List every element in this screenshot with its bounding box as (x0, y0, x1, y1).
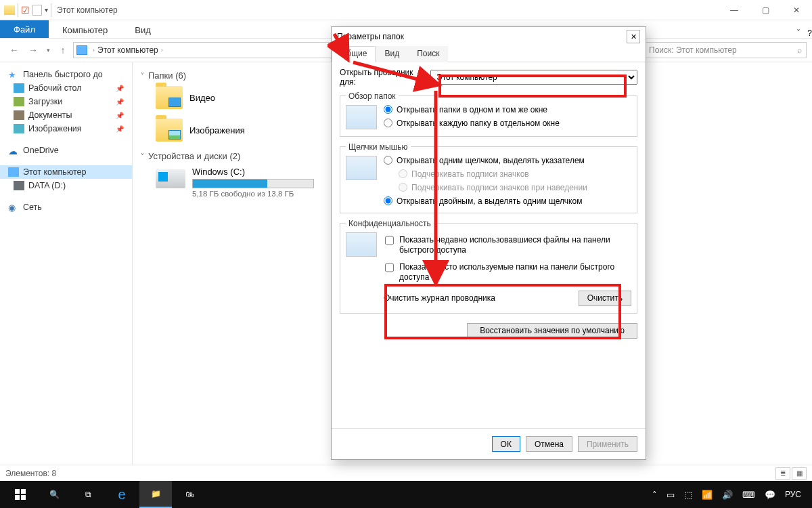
view-large-icon[interactable]: ▦ (792, 467, 807, 480)
qat-divider (51, 3, 51, 17)
network-icon[interactable]: ⬚ (684, 490, 692, 500)
group-privacy: Конфиденциальность Показать недавно испо… (340, 219, 637, 314)
folder-pictures[interactable]: Изображения (156, 119, 245, 142)
dialog-title: Параметры папок (337, 32, 404, 41)
sidebar-item-this-pc[interactable]: Этот компьютер (0, 165, 132, 179)
group-browse-folders: Обзор папок Открывать папки в одном и то… (340, 91, 637, 137)
keyboard-icon[interactable]: ⌨ (742, 490, 755, 500)
help-icon[interactable]: ? (807, 28, 812, 38)
radio-underline-icon: Подчеркивать подписи значков (399, 169, 631, 179)
tab-view[interactable]: Вид (376, 46, 408, 62)
action-center-icon[interactable]: 💬 (765, 490, 775, 500)
window-titlebar: ☑ ▾ Этот компьютер — ▢ ✕ (0, 0, 812, 20)
radio-underline-hover: Подчеркивать подписи значков при наведен… (399, 183, 631, 192)
forward-button[interactable]: → (24, 41, 42, 59)
ok-button[interactable]: ОК (492, 436, 520, 452)
tray-chevron-icon[interactable]: ˄ (652, 490, 657, 500)
volume-icon[interactable]: 🔊 (722, 490, 733, 500)
check-frequent-folders[interactable]: Показать часто используемые папки на пан… (385, 262, 630, 282)
svg-rect-2 (15, 495, 20, 500)
start-button[interactable] (4, 481, 37, 508)
restore-defaults-button[interactable]: Восстановить значения по умолчанию (467, 323, 637, 339)
group-click-items: Щелчки мышью Открывать одним щелчком, вы… (340, 142, 637, 213)
sidebar-item-desktop[interactable]: Рабочий стол📌 (0, 81, 132, 95)
explorer-icon[interactable]: 📁 (139, 481, 172, 508)
qat-divider (18, 3, 18, 17)
status-bar: Элементов: 8 ≣ ▦ (0, 465, 812, 481)
sidebar-item-downloads[interactable]: Загрузки📌 (0, 95, 132, 108)
browse-thumb-icon (346, 105, 377, 129)
document-icon[interactable] (32, 5, 42, 16)
up-button[interactable]: ↑ (54, 41, 72, 59)
dialog-close-button[interactable]: ✕ (627, 30, 640, 43)
check-recent-files[interactable]: Показать недавно использовавшиеся файлы … (385, 235, 630, 255)
sidebar-item-onedrive[interactable]: OneDrive (0, 144, 132, 157)
pin-icon: 📌 (116, 112, 124, 119)
pin-icon: 📌 (116, 125, 124, 133)
sidebar-item-network[interactable]: Сеть (0, 200, 132, 214)
sidebar-item-quick-access[interactable]: Панель быстрого до (0, 68, 132, 81)
folder-options-dialog: Параметры папок ✕ Общие Вид Поиск Открыт… (331, 26, 646, 460)
radio-same-window[interactable]: Открывать папки в одном и том же окне (384, 105, 631, 114)
ribbon-expand-icon[interactable]: ˅ (790, 28, 807, 38)
breadcrumb[interactable]: Этот компьютер (97, 45, 158, 55)
minimize-button[interactable]: — (719, 0, 750, 20)
folder-video[interactable]: Видео (156, 86, 215, 109)
open-explorer-label: Открыть проводник для: (340, 68, 426, 87)
history-dropdown-icon[interactable]: ▾ (43, 41, 53, 59)
maximize-button[interactable]: ▢ (750, 0, 781, 20)
radio-new-window[interactable]: Открывать каждую папку в отдельном окне (384, 119, 631, 128)
cancel-button[interactable]: Отмена (526, 436, 572, 452)
sidebar-item-documents[interactable]: Документы📌 (0, 108, 132, 122)
click-thumb-icon (346, 156, 377, 180)
search-icon: ⌕ (797, 45, 802, 55)
store-icon[interactable]: 🛍 (173, 481, 206, 508)
tab-search[interactable]: Поиск (408, 46, 448, 62)
taskbar: 🔍 ⧉ e 📁 🛍 ˄ ▭ ⬚ 📶 🔊 ⌨ 💬 РУС (0, 481, 812, 508)
clear-history-label: Очистить журнал проводника (384, 293, 573, 303)
tray-language[interactable]: РУС (785, 490, 801, 499)
pin-icon: 📌 (116, 98, 124, 106)
sidebar: Панель быстрого до Рабочий стол📌 Загрузк… (0, 62, 133, 475)
tab-general[interactable]: Общие (332, 46, 376, 62)
svg-rect-0 (15, 489, 20, 494)
search-icon[interactable]: 🔍 (38, 481, 70, 508)
sidebar-item-images[interactable]: Изображения📌 (0, 122, 132, 135)
window-title: Этот компьютер (57, 5, 118, 15)
radio-single-click[interactable]: Открывать одним щелчком, выделять указат… (384, 156, 631, 165)
ribbon-computer[interactable]: Компьютер (49, 22, 121, 38)
back-button[interactable]: ← (5, 41, 23, 59)
drive-usage-bar (193, 179, 267, 188)
ribbon-file[interactable]: Файл (0, 20, 49, 38)
edge-icon[interactable]: e (106, 481, 138, 508)
privacy-thumb-icon (346, 232, 377, 257)
pin-icon: 📌 (116, 85, 124, 92)
wifi-icon[interactable]: 📶 (702, 490, 713, 500)
check-icon[interactable]: ☑ (21, 5, 30, 16)
close-button[interactable]: ✕ (781, 0, 812, 20)
ribbon-view[interactable]: Вид (121, 22, 164, 38)
radio-double-click[interactable]: Открывать двойным, а выделять одним щелч… (384, 196, 631, 206)
chevron-down-icon[interactable]: ▾ (45, 6, 48, 14)
sidebar-item-data-d[interactable]: DATA (D:) (0, 179, 132, 192)
apply-button[interactable]: Применить (578, 436, 637, 452)
folder-icon (4, 5, 15, 15)
taskview-icon[interactable]: ⧉ (72, 481, 104, 508)
search-input[interactable]: Поиск: Этот компьютер ⌕ (644, 42, 807, 58)
view-details-icon[interactable]: ≣ (775, 467, 790, 480)
battery-icon[interactable]: ▭ (667, 490, 675, 500)
pc-icon (76, 45, 87, 55)
status-item-count: Элементов: 8 (5, 469, 56, 478)
svg-rect-1 (21, 489, 26, 494)
open-explorer-select[interactable]: Этот компьютер (430, 70, 637, 85)
clear-button[interactable]: Очистить (579, 291, 631, 306)
search-placeholder: Поиск: Этот компьютер (649, 45, 737, 55)
svg-rect-3 (21, 495, 26, 500)
